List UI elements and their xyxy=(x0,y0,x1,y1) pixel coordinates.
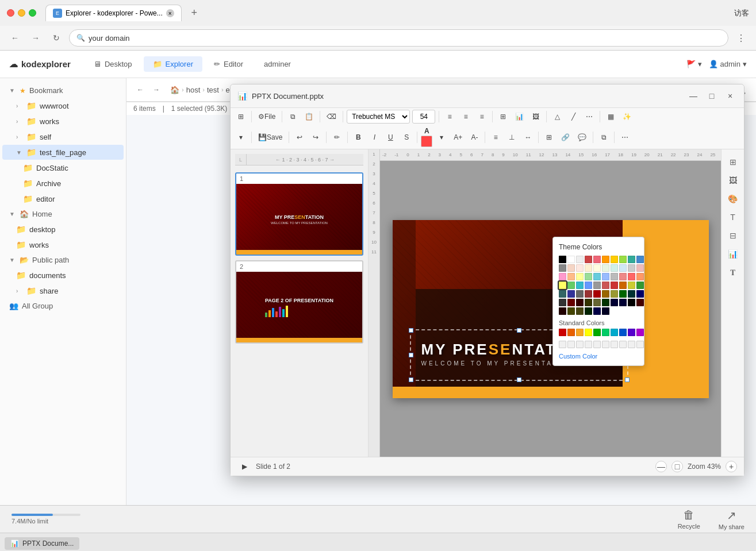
slide-canvas[interactable]: MY PRESENTATION WELCOME TO MY PRESENTATI… xyxy=(393,220,709,398)
theme-color-swatch[interactable] xyxy=(628,290,635,298)
theme-color-swatch[interactable] xyxy=(602,282,609,289)
pptx-bold-btn[interactable]: B xyxy=(351,130,365,144)
theme-color-swatch[interactable] xyxy=(585,256,592,263)
pptx-copy-btn[interactable]: ⧉ xyxy=(286,110,300,124)
flag-menu[interactable]: 🚩 ▾ xyxy=(686,60,702,68)
font-name-select[interactable]: Trebuchet MS xyxy=(347,110,410,124)
sidebar-item-share[interactable]: › 📁 share xyxy=(2,283,124,298)
theme-color-swatch[interactable] xyxy=(567,264,575,272)
theme-color-swatch[interactable] xyxy=(628,256,635,263)
sidebar-section-public[interactable]: ▼ 📂 Public path xyxy=(2,253,124,267)
font-color-dropdown-btn[interactable]: ▾ xyxy=(435,130,448,144)
slide-thumb-1[interactable]: 1 MY PRESENTATION WELCOME TO MY PRESENTA… xyxy=(235,172,363,256)
theme-color-swatch[interactable] xyxy=(585,273,592,280)
pptx-link-btn[interactable]: 🔗 xyxy=(558,130,573,144)
theme-color-swatch[interactable] xyxy=(559,282,566,289)
sidebar-section-home[interactable]: ▼ 🏠 Home xyxy=(2,207,124,221)
theme-color-swatch[interactable] xyxy=(559,273,566,280)
recycle-button[interactable]: 🗑 Recycle xyxy=(671,506,707,533)
theme-color-swatch[interactable] xyxy=(636,290,644,298)
panel-insert-btn[interactable]: 🖼 xyxy=(725,172,741,188)
theme-color-swatch[interactable] xyxy=(636,282,644,289)
handle-tc[interactable] xyxy=(517,328,521,333)
minimize-button[interactable] xyxy=(18,9,25,17)
theme-color-swatch[interactable] xyxy=(602,307,609,315)
browser-tab[interactable]: E Explorer - kodexplorer - Powe... × xyxy=(45,5,182,21)
theme-color-swatch[interactable] xyxy=(611,282,618,289)
panel-format-btn[interactable]: 🎨 xyxy=(725,191,741,207)
sidebar-item-documents[interactable]: 📁 documents xyxy=(2,268,124,283)
theme-color-swatch[interactable] xyxy=(636,299,644,306)
theme-color-swatch[interactable] xyxy=(593,256,601,263)
standard-color-swatch[interactable] xyxy=(593,329,601,336)
theme-color-swatch[interactable] xyxy=(619,290,627,298)
custom-color-swatch[interactable] xyxy=(611,341,618,348)
theme-color-swatch[interactable] xyxy=(593,282,601,289)
panel-font-btn[interactable]: 𝐓 xyxy=(725,264,741,280)
dialog-close-button[interactable]: × xyxy=(723,89,737,103)
pptx-effects-btn[interactable]: ✨ xyxy=(620,110,634,124)
custom-color-swatch[interactable] xyxy=(636,341,644,348)
theme-color-swatch[interactable] xyxy=(559,256,566,263)
theme-color-swatch[interactable] xyxy=(559,290,566,298)
panel-text-btn[interactable]: T xyxy=(725,209,741,225)
pptx-shape-btn[interactable]: △ xyxy=(550,110,564,124)
zoom-in-btn[interactable]: + xyxy=(726,461,737,472)
theme-color-swatch[interactable] xyxy=(593,273,601,280)
custom-color-swatch[interactable] xyxy=(593,341,601,348)
theme-color-swatch[interactable] xyxy=(611,264,618,272)
theme-color-swatch[interactable] xyxy=(619,256,627,263)
myshare-button[interactable]: ↗ My share xyxy=(712,506,751,533)
nav-explorer[interactable]: 📁 Explorer xyxy=(144,56,202,72)
sidebar-item-editor[interactable]: 📁 editor xyxy=(2,191,124,206)
pptx-line-btn[interactable]: ╱ xyxy=(566,110,580,124)
theme-color-swatch[interactable] xyxy=(559,264,566,272)
sidebar-item-archive[interactable]: 📁 Archive xyxy=(2,176,124,191)
theme-color-swatch[interactable] xyxy=(576,273,584,280)
pptx-dropdown-btn[interactable]: ▾ xyxy=(234,130,248,144)
standard-color-swatch[interactable] xyxy=(559,329,566,336)
theme-color-swatch[interactable] xyxy=(567,307,575,315)
taskbar-item-pptx[interactable]: 📊 PPTX Docume... xyxy=(5,537,79,550)
theme-color-swatch[interactable] xyxy=(619,273,627,280)
theme-color-swatch[interactable] xyxy=(628,299,635,306)
theme-color-swatch[interactable] xyxy=(602,299,609,306)
custom-color-swatch[interactable] xyxy=(559,341,566,348)
browser-menu-button[interactable]: ⋮ xyxy=(733,30,749,46)
pptx-underline-btn[interactable]: U xyxy=(383,130,397,144)
standard-color-swatch[interactable] xyxy=(567,329,575,336)
custom-color-swatch[interactable] xyxy=(585,341,592,348)
pptx-arrange-btn[interactable]: ⧉ xyxy=(597,130,611,144)
theme-color-swatch[interactable] xyxy=(576,290,584,298)
standard-color-swatch[interactable] xyxy=(611,329,618,336)
theme-color-swatch[interactable] xyxy=(636,264,644,272)
font-size-decrease-btn[interactable]: A- xyxy=(467,130,481,144)
zoom-out-btn[interactable]: — xyxy=(655,461,667,472)
theme-color-swatch[interactable] xyxy=(567,299,575,306)
sidebar-item-test-file-page[interactable]: ▼ 📁 test_file_page xyxy=(2,145,124,160)
standard-color-swatch[interactable] xyxy=(585,329,592,336)
theme-color-swatch[interactable] xyxy=(619,282,627,289)
handle-tl[interactable] xyxy=(409,328,413,333)
handle-ml[interactable] xyxy=(409,353,413,357)
theme-color-swatch[interactable] xyxy=(628,282,635,289)
sidebar-item-self[interactable]: › 📁 self xyxy=(2,129,124,144)
theme-color-swatch[interactable] xyxy=(619,299,627,306)
theme-color-swatch[interactable] xyxy=(636,256,644,263)
theme-color-swatch[interactable] xyxy=(567,290,575,298)
sidebar-item-works[interactable]: › 📁 works xyxy=(2,114,124,129)
theme-color-swatch[interactable] xyxy=(611,273,618,280)
pptx-table2-btn[interactable]: ⊞ xyxy=(542,130,556,144)
theme-color-swatch[interactable] xyxy=(602,273,609,280)
font-size-increase-btn[interactable]: A+ xyxy=(451,130,465,144)
user-menu[interactable]: 👤 admin ▾ xyxy=(709,60,747,68)
sidebar-item-docstatic[interactable]: 📁 DocStatic xyxy=(2,160,124,175)
pptx-insert-btn[interactable]: ⊞ xyxy=(234,110,248,124)
theme-color-swatch[interactable] xyxy=(628,273,635,280)
sidebar-section-bookmark[interactable]: ▼ ★ Bookmark xyxy=(2,83,124,98)
pptx-paste-btn[interactable]: 📋 xyxy=(302,110,316,124)
pptx-table-btn[interactable]: ⊞ xyxy=(496,110,510,124)
standard-color-swatch[interactable] xyxy=(602,329,609,336)
theme-color-swatch[interactable] xyxy=(576,282,584,289)
pptx-align-left-btn[interactable]: ≡ xyxy=(443,110,456,124)
